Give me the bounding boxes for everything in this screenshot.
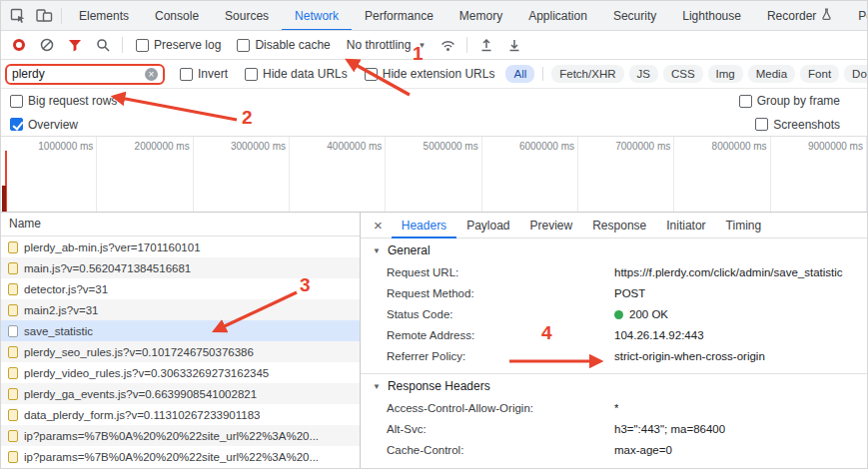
- checkbox-unchecked[interactable]: [755, 118, 768, 131]
- clear-network-log-icon[interactable]: [34, 32, 60, 58]
- filter-pill-media[interactable]: Media: [748, 65, 795, 83]
- request-row-selected[interactable]: save_statistic: [1, 320, 360, 341]
- request-row[interactable]: plerdy_ga_events.js?v=0.6639908541002821: [1, 383, 360, 404]
- request-row[interactable]: detector.js?v=31: [1, 278, 360, 299]
- experiment-flask-icon: [821, 8, 832, 23]
- details-tabbar: × Headers Payload Preview Response Initi…: [361, 213, 867, 238]
- request-name: ip?params=%7B%0A%20%20%22site_url%22%3A%…: [24, 451, 319, 463]
- request-row[interactable]: plerdy_ab-min.js?ver=1701160101: [1, 236, 360, 257]
- big-request-rows-checkbox[interactable]: Big request rows: [3, 94, 124, 108]
- divider: [61, 8, 62, 24]
- request-row[interactable]: main2.js?v=31: [1, 299, 360, 320]
- tab-response[interactable]: Response: [582, 213, 656, 238]
- header-value: 200 OK: [614, 307, 668, 322]
- tab-elements[interactable]: Elements: [66, 1, 142, 31]
- general-title: General: [388, 243, 431, 257]
- chevron-down-icon: ▼: [418, 41, 426, 50]
- header-row: Remote Address: 104.26.14.92:443: [361, 325, 867, 346]
- tab-headers[interactable]: Headers: [392, 213, 456, 238]
- response-headers-title: Response Headers: [388, 379, 490, 393]
- checkbox-unchecked[interactable]: [237, 39, 250, 52]
- group-by-frame-checkbox[interactable]: Group by frame: [732, 94, 847, 108]
- script-file-icon: [8, 346, 18, 358]
- tab-sources[interactable]: Sources: [212, 1, 282, 31]
- request-name: ip?params=%7B%0A%20%20%22site_url%22%3A%…: [24, 430, 319, 442]
- overview-checkbox[interactable]: Overview: [3, 118, 85, 132]
- group-by-frame-label: Group by frame: [757, 94, 840, 108]
- throttling-select[interactable]: No throttling ▼: [340, 38, 434, 52]
- filter-pill-fetch-xhr[interactable]: Fetch/XHR: [551, 65, 623, 83]
- preserve-log-checkbox[interactable]: Preserve log: [129, 38, 228, 52]
- tab-payload[interactable]: Payload: [456, 213, 519, 238]
- import-har-icon[interactable]: [473, 32, 499, 58]
- device-toolbar-icon[interactable]: [31, 3, 57, 29]
- preserve-log-label: Preserve log: [154, 38, 221, 52]
- clear-filter-icon[interactable]: ×: [145, 68, 158, 81]
- tab-console[interactable]: Console: [142, 1, 212, 31]
- tab-performance[interactable]: Performance: [352, 1, 446, 31]
- filter-pill-img[interactable]: Img: [708, 65, 743, 83]
- header-value: POST: [614, 286, 645, 301]
- filter-text-field[interactable]: [12, 67, 141, 81]
- tab-recorder[interactable]: Recorder: [754, 1, 845, 31]
- options-row-1: Big request rows Group by frame: [1, 89, 867, 113]
- tab-application[interactable]: Application: [515, 1, 600, 31]
- tab-security[interactable]: Security: [600, 1, 669, 31]
- export-har-icon[interactable]: [501, 32, 527, 58]
- request-row[interactable]: plerdy_seo_rules.js?v=0.1017246750376386: [1, 341, 360, 362]
- network-overview-timeline[interactable]: 1000000 ms 2000000 ms 3000000 ms 4000000…: [1, 137, 867, 213]
- search-icon[interactable]: [90, 32, 116, 58]
- header-key: Alt-Svc:: [387, 422, 614, 437]
- name-column-header[interactable]: Name: [1, 213, 360, 236]
- checkbox-unchecked[interactable]: [10, 95, 23, 108]
- tab-initiator[interactable]: Initiator: [656, 213, 715, 238]
- inspect-element-icon[interactable]: [5, 3, 31, 29]
- filter-pill-css[interactable]: CSS: [663, 65, 703, 83]
- tab-timing[interactable]: Timing: [716, 213, 772, 238]
- hide-extension-urls-checkbox[interactable]: Hide extension URLs: [358, 67, 502, 81]
- checkbox-unchecked[interactable]: [365, 68, 378, 81]
- checkbox-checked[interactable]: [10, 118, 23, 131]
- timeline-tick: 4000000 ms: [290, 137, 386, 212]
- network-conditions-icon[interactable]: [434, 32, 460, 58]
- filter-pill-doc[interactable]: Doc: [844, 65, 867, 83]
- invert-checkbox[interactable]: Invert: [173, 67, 235, 81]
- response-headers-section: ▼ Response Headers Access-Control-Allow-…: [361, 374, 867, 467]
- record-network-log-button[interactable]: [6, 32, 32, 58]
- request-name: plerdy_video_rules.js?v=0.30633269273162…: [24, 367, 269, 379]
- tab-lighthouse[interactable]: Lighthouse: [669, 1, 754, 31]
- checkbox-unchecked[interactable]: [136, 39, 149, 52]
- request-row[interactable]: ip?params=%7B%0A%20%20%22site_url%22%3A%…: [1, 425, 360, 446]
- request-row[interactable]: main.js?v=0.5620471384516681: [1, 257, 360, 278]
- header-row: Request URL: https://f.plerdy.com/click/…: [361, 262, 867, 283]
- filter-pill-font[interactable]: Font: [800, 65, 839, 83]
- request-row[interactable]: ip?params=%7B%0A%20%20%22site_url%22%3A%…: [1, 446, 360, 467]
- header-key: Request Method:: [387, 286, 614, 301]
- timeline-activity-marker: [2, 186, 6, 212]
- header-key: Remote Address:: [387, 328, 614, 343]
- request-row[interactable]: data_plerdy_form.js?v=0.1131026723390118…: [1, 404, 360, 425]
- hide-data-urls-label: Hide data URLs: [263, 67, 348, 81]
- close-details-icon[interactable]: ×: [365, 217, 392, 234]
- checkbox-unchecked[interactable]: [739, 95, 752, 108]
- general-section-header[interactable]: ▼ General: [361, 238, 867, 262]
- request-name: detector.js?v=31: [24, 283, 108, 295]
- screenshots-checkbox[interactable]: Screenshots: [748, 118, 847, 132]
- tab-preview[interactable]: Preview: [520, 213, 583, 238]
- disclosure-triangle-icon: ▼: [373, 246, 381, 255]
- checkbox-unchecked[interactable]: [180, 68, 193, 81]
- filter-pill-js[interactable]: JS: [629, 65, 658, 83]
- request-row[interactable]: plerdy_video_rules.js?v=0.30633269273162…: [1, 362, 360, 383]
- filter-pill-all[interactable]: All: [505, 65, 534, 83]
- filter-input[interactable]: ×: [5, 64, 165, 85]
- tab-performance-insights[interactable]: Performance insights: [845, 1, 867, 31]
- checkbox-unchecked[interactable]: [245, 68, 258, 81]
- hide-data-urls-checkbox[interactable]: Hide data URLs: [238, 67, 355, 81]
- disable-cache-checkbox[interactable]: Disable cache: [230, 38, 337, 52]
- filter-funnel-icon[interactable]: [62, 32, 88, 58]
- tab-memory[interactable]: Memory: [446, 1, 515, 31]
- response-headers-section-header[interactable]: ▼ Response Headers: [361, 374, 867, 398]
- tab-network[interactable]: Network: [282, 1, 352, 31]
- header-row: Alt-Svc: h3=":443"; ma=86400: [361, 419, 867, 440]
- options-row-2: Overview Screenshots: [1, 113, 867, 137]
